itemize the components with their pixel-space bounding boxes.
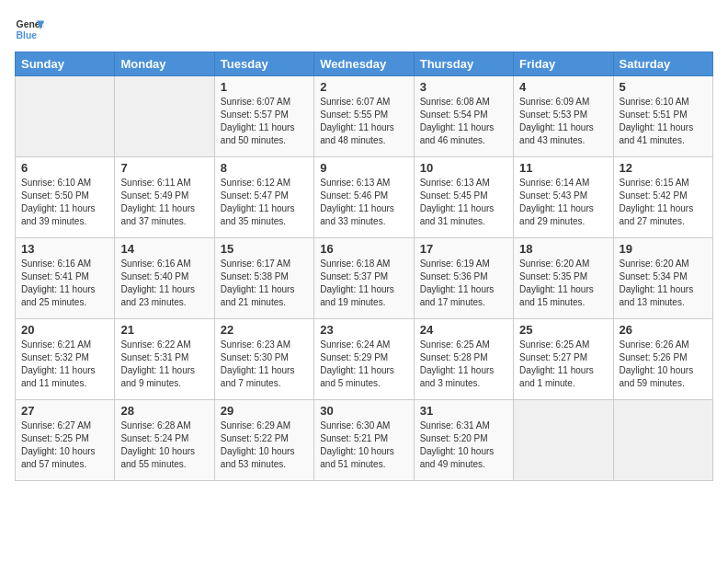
- weekday-header: Saturday: [613, 52, 712, 76]
- day-detail: Sunrise: 6:12 AM Sunset: 5:47 PM Dayligh…: [221, 177, 308, 228]
- weekday-header: Sunday: [16, 52, 115, 76]
- day-detail: Sunrise: 6:15 AM Sunset: 5:42 PM Dayligh…: [620, 177, 707, 228]
- day-number: 6: [21, 161, 108, 175]
- day-detail: Sunrise: 6:10 AM Sunset: 5:51 PM Dayligh…: [620, 96, 707, 147]
- calendar-cell: 29Sunrise: 6:29 AM Sunset: 5:22 PM Dayli…: [214, 400, 313, 481]
- day-number: 30: [320, 404, 407, 418]
- weekday-header: Friday: [514, 52, 613, 76]
- day-number: 1: [221, 80, 308, 94]
- calendar-cell: [16, 76, 115, 157]
- calendar-cell: 25Sunrise: 6:25 AM Sunset: 5:27 PM Dayli…: [514, 319, 613, 400]
- day-number: 24: [420, 323, 507, 337]
- day-detail: Sunrise: 6:30 AM Sunset: 5:21 PM Dayligh…: [320, 419, 407, 471]
- calendar-cell: 2Sunrise: 6:07 AM Sunset: 5:55 PM Daylig…: [314, 76, 414, 157]
- calendar-cell: 12Sunrise: 6:15 AM Sunset: 5:42 PM Dayli…: [613, 157, 712, 238]
- day-detail: Sunrise: 6:11 AM Sunset: 5:49 PM Dayligh…: [120, 177, 208, 228]
- day-detail: Sunrise: 6:13 AM Sunset: 5:46 PM Dayligh…: [320, 177, 407, 228]
- day-number: 16: [320, 242, 407, 256]
- day-number: 11: [519, 161, 607, 175]
- day-number: 25: [519, 323, 607, 337]
- calendar-cell: 15Sunrise: 6:17 AM Sunset: 5:38 PM Dayli…: [214, 238, 313, 319]
- day-detail: Sunrise: 6:16 AM Sunset: 5:40 PM Dayligh…: [120, 258, 208, 309]
- calendar-cell: 10Sunrise: 6:13 AM Sunset: 5:45 PM Dayli…: [414, 157, 513, 238]
- day-number: 3: [420, 80, 507, 94]
- day-detail: Sunrise: 6:27 AM Sunset: 5:25 PM Dayligh…: [21, 419, 108, 471]
- logo-icon: General Blue: [15, 15, 44, 44]
- day-number: 19: [620, 242, 707, 256]
- day-number: 15: [221, 242, 308, 256]
- calendar-cell: 24Sunrise: 6:25 AM Sunset: 5:28 PM Dayli…: [414, 319, 513, 400]
- day-number: 9: [320, 161, 407, 175]
- calendar-cell: 7Sunrise: 6:11 AM Sunset: 5:49 PM Daylig…: [115, 157, 214, 238]
- calendar-cell: [514, 400, 613, 481]
- day-detail: Sunrise: 6:29 AM Sunset: 5:22 PM Dayligh…: [221, 419, 308, 471]
- day-detail: Sunrise: 6:14 AM Sunset: 5:43 PM Dayligh…: [519, 177, 607, 228]
- day-detail: Sunrise: 6:13 AM Sunset: 5:45 PM Dayligh…: [420, 177, 507, 228]
- day-detail: Sunrise: 6:31 AM Sunset: 5:20 PM Dayligh…: [420, 419, 507, 471]
- day-detail: Sunrise: 6:26 AM Sunset: 5:26 PM Dayligh…: [620, 339, 707, 390]
- day-number: 5: [620, 80, 707, 94]
- calendar-cell: 22Sunrise: 6:23 AM Sunset: 5:30 PM Dayli…: [214, 319, 313, 400]
- day-number: 21: [120, 323, 208, 337]
- logo: General Blue: [15, 15, 44, 44]
- page-header: General Blue: [15, 15, 713, 44]
- calendar-cell: 17Sunrise: 6:19 AM Sunset: 5:36 PM Dayli…: [414, 238, 513, 319]
- day-number: 26: [620, 323, 707, 337]
- day-detail: Sunrise: 6:25 AM Sunset: 5:27 PM Dayligh…: [519, 339, 607, 390]
- calendar-table: SundayMondayTuesdayWednesdayThursdayFrid…: [15, 52, 713, 481]
- day-number: 23: [320, 323, 407, 337]
- calendar-cell: 31Sunrise: 6:31 AM Sunset: 5:20 PM Dayli…: [414, 400, 513, 481]
- calendar-week-row: 13Sunrise: 6:16 AM Sunset: 5:41 PM Dayli…: [16, 238, 713, 319]
- calendar-cell: 6Sunrise: 6:10 AM Sunset: 5:50 PM Daylig…: [16, 157, 115, 238]
- day-detail: Sunrise: 6:20 AM Sunset: 5:35 PM Dayligh…: [519, 258, 607, 309]
- day-number: 29: [221, 404, 308, 418]
- calendar-cell: 18Sunrise: 6:20 AM Sunset: 5:35 PM Dayli…: [514, 238, 613, 319]
- day-detail: Sunrise: 6:24 AM Sunset: 5:29 PM Dayligh…: [320, 339, 407, 390]
- day-number: 13: [21, 242, 108, 256]
- day-number: 14: [120, 242, 208, 256]
- day-detail: Sunrise: 6:21 AM Sunset: 5:32 PM Dayligh…: [21, 339, 108, 390]
- day-detail: Sunrise: 6:20 AM Sunset: 5:34 PM Dayligh…: [620, 258, 707, 309]
- calendar-cell: 5Sunrise: 6:10 AM Sunset: 5:51 PM Daylig…: [613, 76, 712, 157]
- weekday-header: Thursday: [414, 52, 513, 76]
- calendar-week-row: 20Sunrise: 6:21 AM Sunset: 5:32 PM Dayli…: [16, 319, 713, 400]
- calendar-cell: 26Sunrise: 6:26 AM Sunset: 5:26 PM Dayli…: [613, 319, 712, 400]
- calendar-cell: [115, 76, 214, 157]
- weekday-header: Tuesday: [214, 52, 313, 76]
- day-detail: Sunrise: 6:07 AM Sunset: 5:57 PM Dayligh…: [221, 96, 308, 147]
- day-detail: Sunrise: 6:18 AM Sunset: 5:37 PM Dayligh…: [320, 258, 407, 309]
- day-detail: Sunrise: 6:19 AM Sunset: 5:36 PM Dayligh…: [420, 258, 507, 309]
- day-number: 22: [221, 323, 308, 337]
- calendar-cell: 30Sunrise: 6:30 AM Sunset: 5:21 PM Dayli…: [314, 400, 414, 481]
- calendar-cell: 14Sunrise: 6:16 AM Sunset: 5:40 PM Dayli…: [115, 238, 214, 319]
- day-detail: Sunrise: 6:25 AM Sunset: 5:28 PM Dayligh…: [420, 339, 507, 390]
- calendar-cell: 4Sunrise: 6:09 AM Sunset: 5:53 PM Daylig…: [514, 76, 613, 157]
- day-detail: Sunrise: 6:23 AM Sunset: 5:30 PM Dayligh…: [221, 339, 308, 390]
- day-detail: Sunrise: 6:22 AM Sunset: 5:31 PM Dayligh…: [120, 339, 208, 390]
- calendar-cell: 19Sunrise: 6:20 AM Sunset: 5:34 PM Dayli…: [613, 238, 712, 319]
- day-number: 20: [21, 323, 108, 337]
- calendar-cell: 9Sunrise: 6:13 AM Sunset: 5:46 PM Daylig…: [314, 157, 414, 238]
- calendar-week-row: 27Sunrise: 6:27 AM Sunset: 5:25 PM Dayli…: [16, 400, 713, 481]
- day-number: 31: [420, 404, 507, 418]
- day-number: 8: [221, 161, 308, 175]
- day-detail: Sunrise: 6:10 AM Sunset: 5:50 PM Dayligh…: [21, 177, 108, 228]
- day-number: 7: [120, 161, 208, 175]
- calendar-week-row: 6Sunrise: 6:10 AM Sunset: 5:50 PM Daylig…: [16, 157, 713, 238]
- day-number: 18: [519, 242, 607, 256]
- svg-text:Blue: Blue: [17, 30, 38, 40]
- day-number: 28: [120, 404, 208, 418]
- day-detail: Sunrise: 6:17 AM Sunset: 5:38 PM Dayligh…: [221, 258, 308, 309]
- day-detail: Sunrise: 6:16 AM Sunset: 5:41 PM Dayligh…: [21, 258, 108, 309]
- calendar-cell: 8Sunrise: 6:12 AM Sunset: 5:47 PM Daylig…: [214, 157, 313, 238]
- day-number: 2: [320, 80, 407, 94]
- calendar-header-row: SundayMondayTuesdayWednesdayThursdayFrid…: [16, 52, 713, 76]
- calendar-cell: 16Sunrise: 6:18 AM Sunset: 5:37 PM Dayli…: [314, 238, 414, 319]
- day-number: 10: [420, 161, 507, 175]
- calendar-cell: 11Sunrise: 6:14 AM Sunset: 5:43 PM Dayli…: [514, 157, 613, 238]
- weekday-header: Monday: [115, 52, 214, 76]
- calendar-cell: 13Sunrise: 6:16 AM Sunset: 5:41 PM Dayli…: [16, 238, 115, 319]
- calendar-cell: 28Sunrise: 6:28 AM Sunset: 5:24 PM Dayli…: [115, 400, 214, 481]
- calendar-cell: [613, 400, 712, 481]
- day-number: 4: [519, 80, 607, 94]
